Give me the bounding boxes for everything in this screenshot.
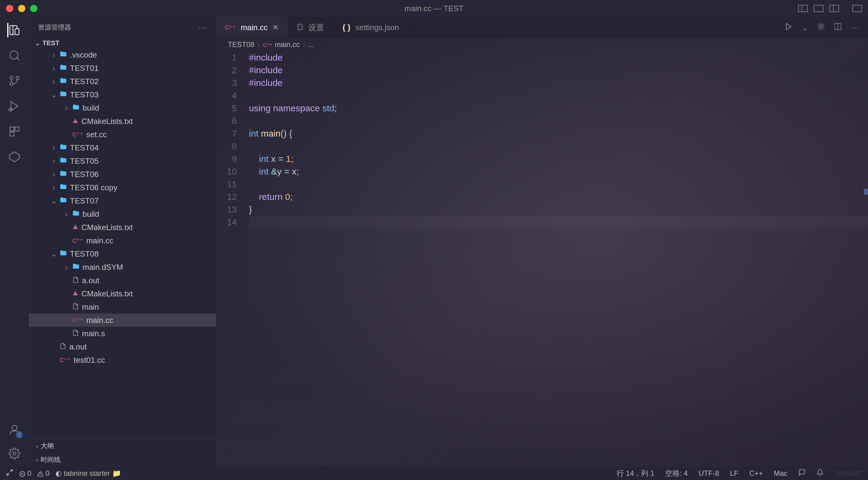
split-editor-icon[interactable] [834,22,842,33]
tree-item-main-cc[interactable]: C⁺⁺main.cc [29,234,216,247]
code-line[interactable]: #include [249,77,868,89]
code-line[interactable]: int &y = x; [249,165,868,178]
tree-item-TEST06-copy[interactable]: ›TEST06 copy [29,181,216,194]
tree-item-CMakeLists-txt[interactable]: CMakeLists.txt [29,221,216,234]
chevron-icon: › [51,77,57,86]
minimize-window-button[interactable] [18,5,25,12]
close-tab-icon[interactable]: ✕ [273,23,278,32]
tab---[interactable]: 设置 [288,17,333,38]
tree-item-TEST01[interactable]: ›TEST01 [29,61,216,75]
code-line[interactable]: using namespace std; [249,102,868,115]
maximize-window-button[interactable] [30,5,37,12]
tree-item-main-cc[interactable]: C⁺⁺main.cc [29,313,216,327]
testing-activity[interactable] [7,150,22,164]
encoding-status[interactable]: UTF-8 [699,469,719,478]
toggle-panel-icon[interactable] [814,5,824,12]
remote-indicator[interactable] [6,469,13,478]
toggle-secondary-sidebar-icon[interactable] [830,5,839,12]
tree-item-TEST04[interactable]: ›TEST04 [29,141,216,154]
language-status[interactable]: C++ [749,469,763,478]
tab-main-cc[interactable]: C⁺⁺main.cc✕ [216,17,288,38]
code-line[interactable]: return 0; [249,190,868,203]
watermark: CSDN@FF [835,470,862,477]
notifications-icon[interactable] [816,469,824,478]
breadcrumb-separator: › [257,40,260,49]
chevron-icon: › [51,170,57,179]
eol-status[interactable]: LF [730,469,738,478]
search-activity[interactable] [7,48,22,63]
chevron-icon: › [51,143,57,153]
code-editor[interactable]: 1234567891011121314 #include #include #i… [216,51,868,467]
tree-item-main[interactable]: main [29,300,216,313]
sidebar-more-icon[interactable]: ⋯ [198,23,207,33]
tree-item-label: TEST06 copy [70,183,118,192]
code-content[interactable]: #include #include #include using namespa… [249,51,868,467]
tab-more-icon[interactable]: ⋯ [850,23,859,33]
tree-item-a-out[interactable]: a.out [29,340,216,353]
tree-item-CMakeLists-txt[interactable]: CMakeLists.txt [29,115,216,128]
settings-activity[interactable] [7,446,22,461]
toggle-primary-sidebar-icon[interactable] [798,5,808,12]
problems-indicator[interactable]: 0 0 [19,469,50,478]
tab-settings-json[interactable]: { }settings.json [333,17,408,38]
run-button[interactable] [784,22,793,33]
code-line[interactable] [249,115,868,127]
sidebar-header: 资源管理器 ⋯ [29,17,216,38]
tree-item-a-out[interactable]: a.out [29,274,216,287]
tree-item-label: TEST01 [70,64,98,73]
tree-item--vscode[interactable]: ›.vscode [29,48,216,61]
run-dropdown-icon[interactable]: ⌄ [801,23,808,33]
breadcrumb-part[interactable]: ... [308,40,314,49]
tree-item-main-dSYM[interactable]: ›main.dSYM [29,261,216,274]
customize-layout-icon[interactable] [852,5,862,12]
tree-item-TEST03[interactable]: ⌄TEST03 [29,88,216,101]
code-line[interactable] [249,178,868,190]
outline-section[interactable]: › 大纲 [29,439,216,453]
cursor-position[interactable]: 行 14，列 1 [617,469,654,478]
traffic-lights [6,5,37,12]
breadcrumb[interactable]: TEST08›C⁺⁺ main.cc›... [216,38,868,51]
tree-item-main-s[interactable]: main.s [29,327,216,340]
svg-point-0 [10,51,18,59]
timeline-section[interactable]: › 时间线 [29,453,216,467]
indentation-status[interactable]: 空格: 4 [665,469,688,478]
tree-item-TEST08[interactable]: ⌄TEST08 [29,247,216,261]
tree-item-build[interactable]: ›build [29,101,216,115]
breadcrumb-part[interactable]: C⁺⁺ main.cc [263,40,300,49]
extensions-activity[interactable] [7,124,22,139]
tree-item-build[interactable]: ›build [29,207,216,221]
tree-item-TEST02[interactable]: ›TEST02 [29,75,216,88]
workspace-section[interactable]: ⌄ TEST [29,38,216,48]
source-control-activity[interactable] [7,73,22,88]
tree-item-TEST06[interactable]: ›TEST06 [29,168,216,181]
tree-item-TEST05[interactable]: ›TEST05 [29,154,216,168]
explorer-activity[interactable] [7,23,22,37]
tree-item-CMakeLists-txt[interactable]: CMakeLists.txt [29,287,216,300]
tab-settings-icon[interactable] [817,22,825,33]
breadcrumb-part[interactable]: TEST08 [228,40,254,49]
tabnine-status[interactable]: ◐ tabnine starter 📁 [56,469,121,478]
tree-item-test01-cc[interactable]: C⁺⁺test01.cc [29,353,216,367]
code-line[interactable]: #include [249,64,868,77]
code-line[interactable] [249,140,868,153]
feedback-icon[interactable] [798,469,806,478]
accounts-activity[interactable] [7,423,22,437]
code-line[interactable] [249,89,868,102]
minimap-indicator[interactable] [864,189,868,195]
code-line[interactable]: int main() { [249,127,868,140]
tree-item-label: TEST08 [70,249,98,259]
chevron-right-icon: › [36,443,38,450]
os-status[interactable]: Mac [774,469,787,478]
chevron-icon [63,223,69,232]
code-line[interactable] [249,216,868,229]
tree-item-label: main.s [82,329,105,338]
code-line[interactable]: } [249,203,868,216]
tree-item-label: build [83,103,99,113]
run-debug-activity[interactable] [7,99,22,113]
cmake-file-icon [72,289,79,299]
tree-item-set-cc[interactable]: C⁺⁺set.cc [29,128,216,141]
code-line[interactable]: #include [249,51,868,64]
close-window-button[interactable] [6,5,13,12]
tree-item-TEST07[interactable]: ⌄TEST07 [29,194,216,207]
code-line[interactable]: int x = 1; [249,153,868,165]
